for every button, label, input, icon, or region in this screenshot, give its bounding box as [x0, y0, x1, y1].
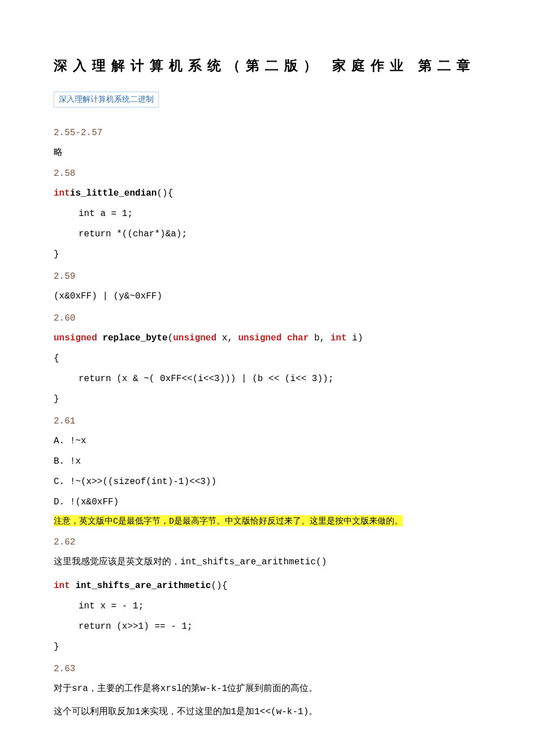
code-2-59: (x&0xFF) | (y&~0xFF) — [54, 287, 480, 305]
section-2-55-57: 2.55-2.57 — [54, 128, 480, 138]
keyword-char: char — [287, 333, 309, 343]
para-2-63-2: 这个可以利用取反加1来实现，不过这里的加1是加1<<(w-k-1)。 — [54, 703, 480, 720]
code-text: return *(( — [79, 229, 133, 239]
text: 对于 — [54, 683, 72, 693]
fn-name: replace_byte — [97, 333, 168, 343]
section-2-59: 2.59 — [54, 271, 480, 282]
item-D: D. !(x&0xFF) — [54, 493, 480, 511]
keyword-int: int — [79, 209, 95, 219]
code-text: b, — [309, 333, 330, 343]
note-text: 是最低字节， — [118, 516, 169, 525]
code-text: ( — [168, 333, 173, 343]
code-text: w-k-1 — [200, 684, 227, 694]
item-B: B. !x — [54, 452, 480, 470]
code-text: (){ — [211, 581, 227, 591]
note-2-61: 注意，英文版中C是最低字节，D是最高字节。中文版恰好反过来了。这里是按中文版来做… — [54, 513, 480, 529]
note-text: 注意，英文版中 — [54, 516, 113, 525]
note-code: D — [169, 517, 174, 526]
code-line: int a = 1; — [54, 205, 480, 223]
code-text: *)&a); — [154, 229, 187, 239]
section-2-63: 2.63 — [54, 664, 480, 674]
topic-tag[interactable]: 深入理解计算机系统二进制 — [54, 92, 159, 107]
code-line: return *((char*)&a); — [54, 225, 480, 243]
code-2-58: intis_little_endian(){ — [54, 184, 480, 202]
section-2-55-57-body: 略 — [54, 144, 480, 161]
code-text: 1<<(w-k-1) — [254, 707, 309, 717]
code-line: int x = - 1; — [54, 597, 480, 615]
keyword-int: int — [331, 333, 347, 343]
code-2-60-sig: unsigned replace_byte(unsigned x, unsign… — [54, 329, 480, 347]
item-A: A. !~x — [54, 432, 480, 450]
intro-2-62: 这里我感觉应该是英文版对的，int_shifts_are_arithmetic(… — [54, 553, 480, 571]
keyword-int: int — [79, 601, 95, 611]
section-2-60: 2.60 — [54, 313, 480, 323]
code-text: return (x>>1) == - 1; — [79, 621, 193, 632]
code-line: } — [54, 245, 480, 263]
para-2-63-1: 对于sra，主要的工作是将xrsl的第w-k-1位扩展到前面的高位。 — [54, 680, 480, 697]
section-2-58: 2.58 — [54, 169, 480, 179]
code-line: } — [54, 638, 480, 656]
keyword-int: int — [54, 188, 70, 198]
section-2-62: 2.62 — [54, 537, 480, 547]
page-title: 深入理解计算机系统（第二版） 家庭作业 第二章 — [54, 57, 480, 75]
code-text: i) — [347, 333, 363, 343]
code-line: { — [54, 349, 480, 368]
text: 这个可以利用取反加 — [54, 706, 135, 716]
tag-container: 深入理解计算机系统二进制 — [54, 92, 480, 120]
text: ，主要的工作是将 — [88, 683, 160, 693]
keyword-int: int — [54, 581, 70, 591]
code-text: x = - 1; — [95, 601, 144, 611]
code-line: return (x>>1) == - 1; — [54, 617, 480, 636]
fn-name: is_little_endian — [70, 188, 157, 198]
text: 位扩展到前面的高位。 — [227, 683, 318, 693]
code-line: } — [54, 390, 480, 408]
code-2-62: int int_shifts_are_arithmetic(){ — [54, 577, 480, 595]
text: 的第 — [182, 683, 200, 693]
text: 来实现，不过这里的加 — [141, 706, 231, 716]
text: 这里我感觉应该是英文版对的， — [54, 556, 180, 566]
fn-name: int_shifts_are_arithmetic — [70, 581, 211, 591]
keyword-unsigned: unsigned — [54, 333, 97, 343]
code-text: 1 — [135, 707, 141, 717]
code-text: sra — [72, 684, 88, 694]
section-2-61: 2.61 — [54, 416, 480, 426]
code-text: xrsl — [160, 684, 182, 694]
note-text: 是最高字节。中文版恰好反过来了。这里是按中文版来做的。 — [174, 516, 403, 525]
code-text: (){ — [157, 188, 173, 198]
code-text: 1 — [231, 707, 237, 717]
code-text: a = 1; — [95, 209, 133, 219]
code-text: return (x & ~( 0xFF<<(i<<3))) | (b << (i… — [79, 374, 333, 384]
code-line: return (x & ~( 0xFF<<(i<<3))) | (b << (i… — [54, 370, 480, 388]
code-text — [281, 333, 287, 343]
code-text: int_shifts_are_arithmetic() — [180, 557, 327, 567]
document-page: 深入理解计算机系统（第二版） 家庭作业 第二章 深入理解计算机系统二进制 2.5… — [0, 0, 534, 756]
text: 是加 — [236, 706, 254, 716]
keyword-unsigned: unsigned — [238, 333, 281, 343]
note-code: C — [113, 517, 118, 526]
item-C: C. !~(x>>((sizeof(int)-1)<<3)) — [54, 473, 480, 491]
keyword-unsigned: unsigned — [173, 333, 216, 343]
keyword-char: char — [133, 229, 154, 239]
code-text: x, — [216, 333, 238, 343]
text: 。 — [309, 706, 318, 716]
